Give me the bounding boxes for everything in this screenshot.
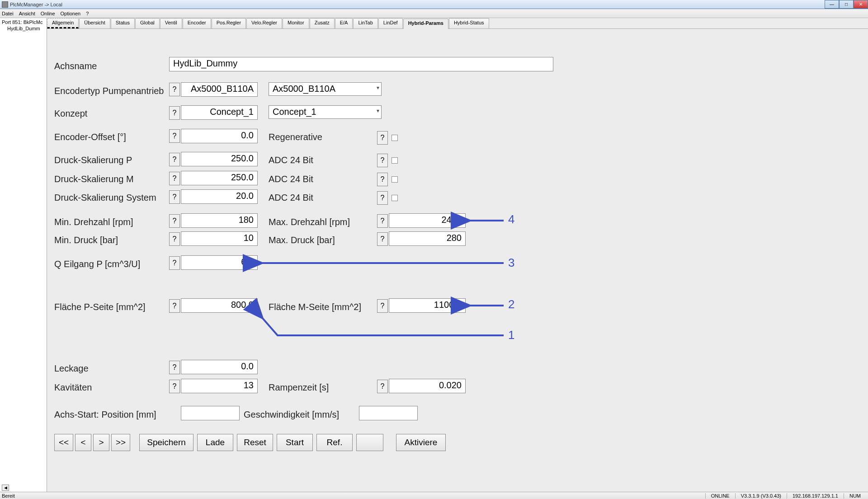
- sidebar-collapse-button[interactable]: ◀: [2, 485, 9, 491]
- max-druck-input[interactable]: 280: [389, 231, 466, 246]
- geschwindigkeit-input[interactable]: [359, 406, 418, 420]
- rampenzeit-help[interactable]: ?: [377, 380, 388, 393]
- adc-m-checkbox[interactable]: [392, 176, 398, 183]
- kavitaeten-help[interactable]: ?: [169, 380, 180, 393]
- adc-m-help[interactable]: ?: [377, 173, 388, 186]
- adc-sys-help[interactable]: ?: [377, 191, 388, 205]
- tab-monitor[interactable]: Monitor: [283, 18, 309, 28]
- close-button[interactable]: ✕: [854, 0, 868, 9]
- tabs: Allgemein Übersicht Status Global Ventil…: [47, 18, 868, 29]
- tab-global[interactable]: Global: [135, 18, 160, 28]
- tab-uebersicht[interactable]: Übersicht: [79, 18, 110, 28]
- menu-ansicht[interactable]: Ansicht: [19, 11, 35, 16]
- tab-hybrid-params[interactable]: Hybrid-Params: [403, 19, 448, 29]
- leckage-input[interactable]: 0.0: [181, 360, 258, 374]
- reset-button[interactable]: Reset: [237, 434, 273, 451]
- druck-sys-input[interactable]: 20.0: [181, 189, 258, 204]
- rampenzeit-input[interactable]: 0.020: [389, 379, 466, 393]
- tab-allgemein[interactable]: Allgemein: [47, 18, 79, 28]
- encoder-offset-input[interactable]: 0.0: [181, 129, 258, 143]
- tab-lindef[interactable]: LinDef: [378, 18, 403, 28]
- menubar: Datei Ansicht Online Optionen ?: [0, 9, 868, 18]
- next-button[interactable]: >: [93, 434, 109, 451]
- tab-ventil[interactable]: Ventil: [160, 18, 182, 28]
- adc-sys-checkbox[interactable]: [392, 195, 398, 201]
- prev-button[interactable]: <: [75, 434, 91, 451]
- min-druck-input[interactable]: 10: [181, 231, 258, 246]
- first-button[interactable]: <<: [54, 434, 73, 451]
- annotation-4: 4: [508, 212, 514, 226]
- min-rpm-help[interactable]: ?: [169, 214, 180, 228]
- flaeche-m-input[interactable]: 1100.0: [389, 298, 466, 313]
- tab-hybrid-status[interactable]: Hybrid-Status: [449, 18, 489, 28]
- q-eilgang-input[interactable]: 6.3: [181, 255, 258, 270]
- last-button[interactable]: >>: [111, 434, 130, 451]
- start-button[interactable]: Start: [277, 434, 313, 451]
- adc-p-label: ADC 24 Bit: [269, 155, 313, 165]
- sidebar: Port 851: BkPlcMc HydLib_Dumm ◀: [0, 18, 47, 492]
- flaeche-m-help[interactable]: ?: [377, 299, 388, 313]
- titlebar: PlcMcManager -> Local — □ ✕: [0, 0, 868, 9]
- leckage-label: Leckage: [54, 363, 89, 374]
- druck-m-input[interactable]: 250.0: [181, 171, 258, 185]
- regenerative-label: Regenerative: [269, 132, 322, 142]
- blank-button[interactable]: [356, 434, 383, 451]
- min-druck-label: Min. Druck [bar]: [54, 235, 118, 245]
- druck-m-label: Druck-Skalierung M: [54, 174, 134, 184]
- tab-encoder[interactable]: Encoder: [183, 18, 211, 28]
- encoder-offset-help[interactable]: ?: [169, 129, 180, 143]
- aktiviere-button[interactable]: Aktiviere: [396, 434, 446, 451]
- menu-online[interactable]: Online: [41, 11, 55, 16]
- lade-button[interactable]: Lade: [197, 434, 233, 451]
- ref-button[interactable]: Ref.: [316, 434, 353, 451]
- min-rpm-input[interactable]: 180: [181, 213, 258, 228]
- max-rpm-input[interactable]: 2400: [389, 213, 466, 228]
- tree-axis[interactable]: HydLib_Dumm: [0, 25, 47, 32]
- menu-optionen[interactable]: Optionen: [61, 11, 81, 16]
- encodertyp-help[interactable]: ?: [169, 83, 180, 96]
- adc-p-help[interactable]: ?: [377, 154, 388, 167]
- encodertyp-dropdown[interactable]: Ax5000_B110A: [269, 82, 382, 96]
- achs-start-input[interactable]: [181, 406, 240, 420]
- tab-posregler[interactable]: Pos.Regler: [212, 18, 246, 28]
- max-rpm-help[interactable]: ?: [377, 214, 388, 228]
- regenerative-help[interactable]: ?: [377, 131, 388, 145]
- druck-p-input[interactable]: 250.0: [181, 152, 258, 166]
- flaeche-p-input[interactable]: 800.0: [181, 298, 258, 313]
- flaeche-p-help[interactable]: ?: [169, 299, 180, 313]
- achs-start-label: Achs-Start: Position [mm]: [54, 410, 156, 420]
- encodertyp-input[interactable]: Ax5000_B110A: [181, 82, 258, 97]
- kavitaeten-input[interactable]: 13: [181, 379, 258, 393]
- q-eilgang-label: Q Eilgang P [cm^3/U]: [54, 259, 140, 269]
- tab-ea[interactable]: E/A: [335, 18, 353, 28]
- tab-status[interactable]: Status: [111, 18, 135, 28]
- druck-p-help[interactable]: ?: [169, 153, 180, 166]
- tree-port[interactable]: Port 851: BkPlcMc: [0, 19, 47, 25]
- menu-help[interactable]: ?: [86, 11, 89, 16]
- minimize-button[interactable]: —: [825, 0, 839, 9]
- konzept-input[interactable]: Concept_1: [181, 105, 258, 120]
- druck-sys-help[interactable]: ?: [169, 190, 180, 204]
- menu-datei[interactable]: Datei: [2, 11, 14, 16]
- q-eilgang-help[interactable]: ?: [169, 256, 180, 270]
- adc-p-checkbox[interactable]: [392, 157, 398, 164]
- speichern-button[interactable]: Speichern: [139, 434, 193, 451]
- status-ip: 192.168.197.129.1.1: [787, 493, 844, 499]
- tab-veloregler[interactable]: Velo.Regler: [246, 18, 282, 28]
- leckage-help[interactable]: ?: [169, 361, 180, 374]
- flaeche-p-label: Fläche P-Seite [mm^2]: [54, 302, 146, 312]
- tab-zusatz[interactable]: Zusatz: [310, 18, 335, 28]
- achsname-input[interactable]: HydLib_Dummy: [169, 57, 553, 71]
- konzept-help[interactable]: ?: [169, 106, 180, 120]
- min-druck-help[interactable]: ?: [169, 232, 180, 246]
- encoder-offset-label: Encoder-Offset [°]: [54, 132, 126, 142]
- max-druck-help[interactable]: ?: [377, 232, 388, 246]
- status-num: NUM: [844, 493, 866, 499]
- tab-lintab[interactable]: LinTab: [353, 18, 377, 28]
- konzept-dropdown[interactable]: Concept_1: [269, 105, 382, 119]
- druck-m-help[interactable]: ?: [169, 172, 180, 185]
- regenerative-checkbox[interactable]: [392, 135, 398, 141]
- adc-m-label: ADC 24 Bit: [269, 174, 313, 184]
- maximize-button[interactable]: □: [839, 0, 854, 9]
- kavitaeten-label: Kavitäten: [54, 382, 92, 393]
